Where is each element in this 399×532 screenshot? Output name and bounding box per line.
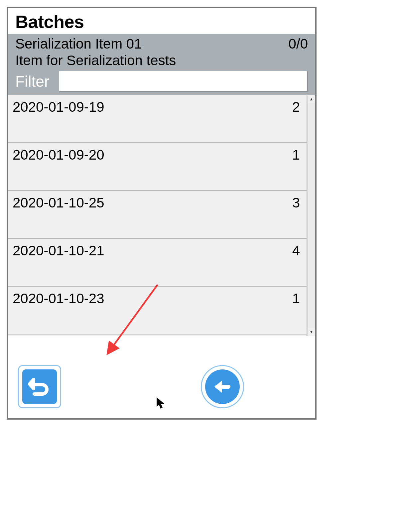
batch-label: 2020-01-09-20 bbox=[13, 147, 104, 163]
batch-list: 2020-01-09-19 2 2020-01-09-20 1 2020-01-… bbox=[8, 95, 307, 336]
list-item[interactable]: 2020-01-09-19 2 bbox=[8, 95, 307, 143]
list-item[interactable]: 2020-01-10-21 4 bbox=[8, 239, 307, 287]
cursor-icon bbox=[156, 397, 166, 410]
undo-icon bbox=[22, 369, 57, 404]
scrollbar[interactable]: ▲ ▼ bbox=[307, 95, 315, 336]
batches-screen: Batches Serialization Item 01 0/0 Item f… bbox=[7, 7, 317, 420]
scroll-track[interactable] bbox=[308, 103, 315, 328]
batch-label: 2020-01-10-25 bbox=[13, 195, 104, 211]
batch-qty: 1 bbox=[292, 291, 300, 307]
svg-marker-5 bbox=[157, 397, 165, 409]
filter-label: Filter bbox=[15, 72, 49, 90]
batch-qty: 4 bbox=[292, 243, 300, 259]
scroll-down-icon[interactable]: ▼ bbox=[308, 328, 315, 336]
arrow-left-icon bbox=[205, 369, 240, 404]
batch-qty: 1 bbox=[292, 147, 300, 163]
batch-list-container: 2020-01-09-19 2 2020-01-09-20 1 2020-01-… bbox=[8, 95, 315, 336]
undo-button[interactable] bbox=[18, 365, 61, 408]
back-button[interactable] bbox=[201, 365, 244, 408]
filter-input[interactable] bbox=[59, 71, 308, 92]
item-name: Serialization Item 01 bbox=[15, 36, 142, 52]
batch-label: 2020-01-10-23 bbox=[13, 291, 104, 307]
item-description: Item for Serialization tests bbox=[15, 53, 308, 68]
info-bar: Serialization Item 01 0/0 Item for Seria… bbox=[8, 34, 315, 95]
svg-marker-4 bbox=[214, 381, 222, 393]
list-item[interactable]: 2020-01-10-23 1 bbox=[8, 287, 307, 334]
batch-label: 2020-01-10-21 bbox=[13, 243, 104, 259]
list-item[interactable]: 2020-01-10-25 3 bbox=[8, 191, 307, 239]
title-bar: Batches bbox=[8, 8, 315, 34]
batch-qty: 2 bbox=[292, 99, 300, 115]
footer-toolbar bbox=[8, 355, 315, 418]
batch-label: 2020-01-09-19 bbox=[13, 99, 104, 115]
batch-qty: 3 bbox=[292, 195, 300, 211]
item-count: 0/0 bbox=[289, 36, 308, 52]
scroll-up-icon[interactable]: ▲ bbox=[308, 95, 315, 103]
page-title: Batches bbox=[15, 11, 309, 32]
list-item[interactable]: 2020-01-09-20 1 bbox=[8, 143, 307, 191]
